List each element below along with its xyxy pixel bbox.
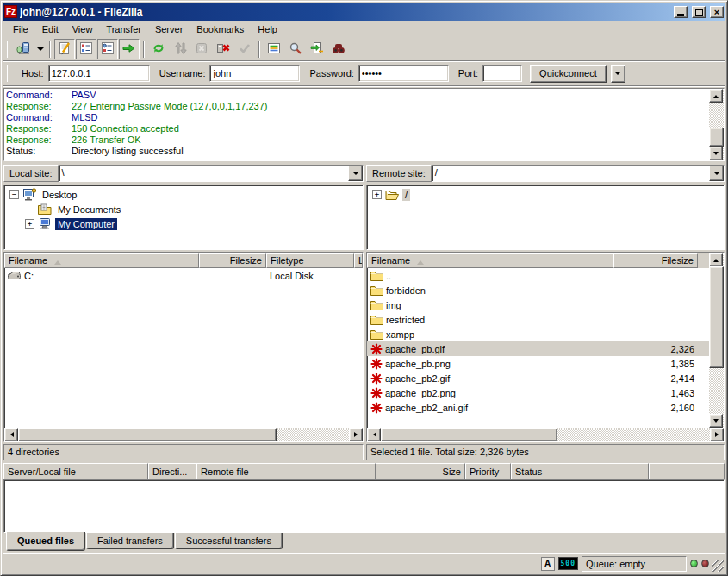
scroll-left-button[interactable]	[4, 428, 18, 441]
file-row[interactable]: apache_pb.gif 2,326	[367, 341, 709, 356]
scroll-right-button[interactable]	[349, 428, 363, 441]
column-header-l[interactable]: L	[354, 253, 363, 268]
filter-button[interactable]	[264, 39, 284, 59]
tree-expander-icon[interactable]: +	[25, 219, 34, 229]
tree-expander-icon[interactable]: −	[9, 190, 19, 199]
tree-item--[interactable]: +/	[367, 187, 724, 202]
menu-server[interactable]: Server	[148, 22, 190, 36]
minimize-button[interactable]	[674, 6, 688, 18]
scroll-track[interactable]	[277, 428, 349, 441]
site-manager-button[interactable]	[13, 39, 34, 59]
transfer-type-icon[interactable]: A	[541, 557, 555, 571]
scroll-right-button[interactable]	[710, 428, 724, 441]
menu-file[interactable]: File	[6, 22, 35, 36]
scroll-left-button[interactable]	[367, 428, 381, 441]
file-row[interactable]: forbidden	[367, 283, 709, 297]
queue-column-status[interactable]: Status	[511, 463, 649, 479]
username-input[interactable]	[209, 65, 300, 82]
synchronized-browsing-button[interactable]	[328, 39, 349, 59]
speed-limit-badge[interactable]: 500	[558, 557, 578, 570]
file-row[interactable]: restricted	[367, 312, 709, 327]
refresh-button[interactable]	[148, 39, 169, 59]
process-queue-button[interactable]	[170, 39, 190, 59]
file-row[interactable]: ..	[367, 268, 709, 283]
apply-button[interactable]	[234, 39, 255, 59]
remote-horizontal-scrollbar[interactable]	[367, 428, 724, 441]
local-site-dropdown-button[interactable]	[348, 166, 363, 181]
column-header-filetype[interactable]: Filetype	[266, 253, 354, 268]
scroll-thumb[interactable]	[709, 128, 724, 147]
sort-ascending-icon	[54, 257, 61, 265]
password-input[interactable]	[358, 65, 449, 82]
tree-item-my-documents[interactable]: My Documents	[4, 202, 363, 216]
column-header-filename[interactable]: Filename	[4, 253, 199, 268]
toggle-local-tree-button[interactable]	[76, 39, 96, 59]
resize-grip[interactable]	[712, 560, 724, 572]
queue-column-directi-[interactable]: Directi...	[148, 463, 196, 479]
tree-item-my-computer[interactable]: +My Computer	[4, 216, 363, 231]
queue-column-priority[interactable]: Priority	[465, 463, 511, 479]
activity-led-red	[701, 560, 709, 567]
maximize-button[interactable]	[692, 6, 706, 18]
scroll-track[interactable]	[709, 103, 724, 128]
close-button[interactable]: ×	[710, 6, 724, 18]
tree-expander-icon[interactable]: +	[372, 190, 382, 199]
scroll-down-button[interactable]	[709, 147, 723, 160]
find-files-button[interactable]	[285, 39, 306, 59]
directory-comparison-button[interactable]	[307, 39, 327, 59]
menu-edit[interactable]: Edit	[35, 22, 65, 36]
disconnect-button[interactable]	[213, 39, 233, 59]
scroll-thumb[interactable]	[18, 428, 277, 441]
scroll-up-button[interactable]	[709, 253, 723, 266]
host-input[interactable]	[48, 65, 150, 82]
queue-column-blank[interactable]	[649, 463, 725, 479]
queue-status-text: Queue: empty	[582, 556, 687, 572]
file-row[interactable]: apache_pb2.gif 2,414	[367, 371, 709, 385]
message-log-scrollbar[interactable]	[709, 89, 724, 160]
menu-bookmarks[interactable]: Bookmarks	[190, 22, 251, 36]
quickconnect-button[interactable]: Quickconnect	[530, 65, 607, 83]
menu-help[interactable]: Help	[251, 22, 284, 36]
scroll-thumb[interactable]	[709, 266, 724, 368]
toggle-transfer-queue-button[interactable]	[119, 39, 140, 59]
quickconnect-grip[interactable]	[7, 65, 9, 82]
file-row[interactable]: C: Local Disk	[4, 268, 363, 283]
file-row[interactable]: apache_pb2_ani.gif 2,160	[367, 400, 709, 415]
remote-site-dropdown-button[interactable]	[709, 166, 724, 181]
tab-successful-transfers[interactable]: Successful transfers	[175, 533, 283, 549]
tab-queued-files[interactable]: Queued files	[6, 532, 85, 551]
queue-column-size[interactable]: Size	[376, 463, 465, 479]
site-manager-dropdown-button[interactable]	[34, 39, 46, 59]
file-row[interactable]: xampp	[367, 327, 709, 341]
cancel-operation-button[interactable]	[191, 39, 212, 59]
tab-failed-transfers[interactable]: Failed transfers	[86, 533, 174, 549]
toggle-message-log-button[interactable]	[54, 39, 75, 59]
scroll-track[interactable]	[557, 428, 710, 441]
local-horizontal-scrollbar[interactable]	[4, 428, 363, 441]
local-site-combobox[interactable]: \	[59, 165, 364, 182]
queue-column-server-local-file[interactable]: Server/Local file	[3, 463, 148, 479]
menu-view[interactable]: View	[65, 22, 100, 36]
file-row[interactable]: apache_pb.png 1,385	[367, 356, 709, 371]
title-bar[interactable]: Fz john@127.0.0.1 - FileZilla ×	[3, 3, 725, 21]
remote-vertical-scrollbar[interactable]	[709, 253, 724, 428]
file-row[interactable]: apache_pb2.png 1,463	[367, 385, 709, 400]
queue-column-remote-file[interactable]: Remote file	[196, 463, 376, 479]
scroll-track[interactable]	[709, 368, 724, 414]
scroll-up-button[interactable]	[709, 89, 723, 103]
scroll-down-button[interactable]	[709, 414, 723, 428]
port-input[interactable]	[482, 65, 522, 82]
remote-site-combobox[interactable]: /	[432, 165, 725, 182]
column-header-filesize[interactable]: Filesize	[613, 253, 698, 268]
transfer-queue-list[interactable]	[3, 479, 725, 533]
toolbar-grip[interactable]	[7, 41, 9, 58]
column-header-filesize[interactable]: Filesize	[199, 253, 266, 268]
image-file-icon	[370, 358, 383, 370]
tree-item-desktop[interactable]: −Desktop	[4, 187, 363, 202]
menu-transfer[interactable]: Transfer	[99, 22, 148, 36]
quickconnect-dropdown-button[interactable]	[611, 65, 625, 83]
column-header-filename[interactable]: Filename	[367, 253, 613, 268]
file-row[interactable]: img	[367, 297, 709, 312]
scroll-thumb[interactable]	[381, 428, 557, 441]
toggle-remote-tree-button[interactable]	[97, 39, 118, 59]
